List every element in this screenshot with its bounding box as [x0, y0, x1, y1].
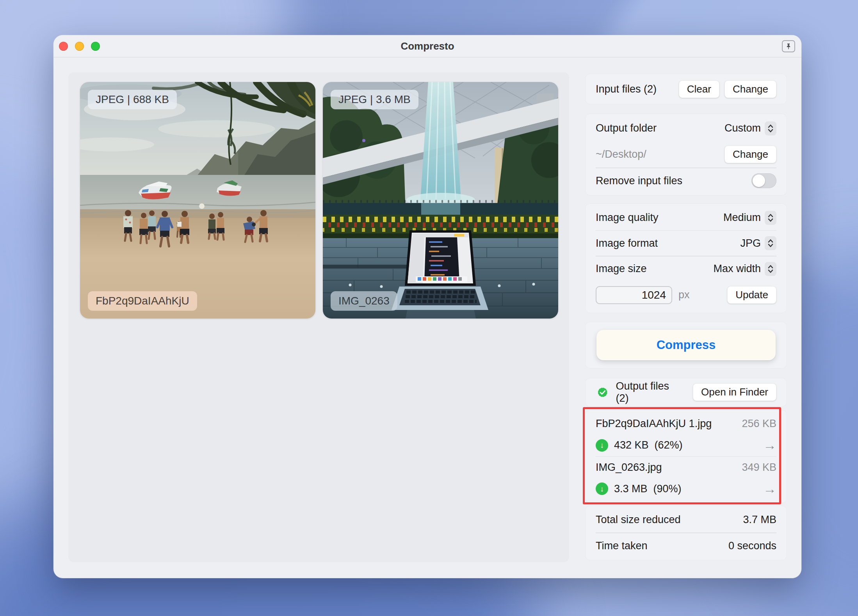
reduced-percent: (62%)	[655, 439, 683, 451]
app-window: Compresto	[53, 35, 801, 578]
image-quality-value: Medium	[723, 212, 761, 224]
output-file-reduction-row: ↓ 3.3 MB (90%) →	[596, 478, 776, 500]
checkmark-seal-icon	[596, 385, 610, 400]
beach-photo-art	[80, 82, 315, 319]
output-file-name: IMG_0263.jpg	[596, 461, 662, 474]
output-folder-mode-value: Custom	[724, 122, 761, 134]
remove-input-files-label: Remove input files	[596, 175, 682, 187]
reveal-file-arrow-icon[interactable]: →	[763, 438, 776, 453]
download-arrow-icon: ↓	[596, 482, 608, 495]
pin-button[interactable]	[782, 40, 795, 52]
update-button[interactable]: Update	[727, 286, 776, 304]
reveal-file-arrow-icon[interactable]: →	[763, 481, 776, 497]
output-folder-mode-stepper[interactable]: Custom	[724, 121, 776, 135]
output-folder-card: Output folder Custom ~/Desktop/ Change	[586, 114, 787, 195]
output-file-reduction-row: ↓ 432 KB (62%) →	[596, 434, 776, 456]
image-size-mode-value: Max width	[713, 263, 761, 275]
compress-card: Compress	[586, 322, 787, 368]
window-content: JPEG | 688 KB FbP2q9DaIAAhKjU	[53, 57, 801, 578]
output-folder-label: Output folder	[596, 122, 657, 134]
thumbnail-beach-photo[interactable]: JPEG | 688 KB FbP2q9DaIAAhKjU	[80, 82, 315, 319]
output-file-row[interactable]: IMG_0263.jpg 349 KB	[596, 457, 776, 478]
chevron-up-down-icon	[765, 236, 776, 250]
input-files-card: Input files (2) Clear Change	[586, 74, 787, 104]
total-size-reduced-value: 3.7 MB	[743, 514, 776, 526]
image-format-badge: JPEG | 688 KB	[88, 90, 177, 109]
settings-panel: Input files (2) Clear Change Output fold…	[586, 74, 787, 560]
output-file-size: 349 KB	[742, 461, 776, 474]
image-format-badge: JPEG | 3.6 MB	[331, 90, 418, 109]
remove-input-files-toggle[interactable]	[751, 173, 776, 188]
totals-card: Total size reduced 3.7 MB Time taken 0 s…	[586, 506, 787, 560]
output-file-size: 256 KB	[742, 418, 776, 430]
reduced-amount: 3.3 MB	[614, 483, 648, 495]
image-size-mode-stepper[interactable]: Max width	[713, 262, 776, 276]
image-name-badge: FbP2q9DaIAAhKjU	[88, 291, 197, 311]
open-in-finder-button[interactable]: Open in Finder	[693, 383, 776, 401]
change-folder-button[interactable]: Change	[724, 146, 776, 163]
time-taken-label: Time taken	[596, 540, 648, 552]
chevron-up-down-icon	[765, 262, 776, 276]
pin-icon	[785, 43, 792, 50]
reduced-percent: (90%)	[653, 483, 682, 495]
output-file-list-card: FbP2q9DaIAAhKjU 1.jpg 256 KB ↓ 432 KB (6…	[586, 410, 787, 503]
reduced-amount: 432 KB	[614, 439, 649, 451]
thumbnail-fountain-photo[interactable]: JPEG | 3.6 MB IMG_0263	[323, 82, 558, 319]
toggle-knob	[753, 174, 765, 187]
output-file-row[interactable]: FbP2q9DaIAAhKjU 1.jpg 256 KB	[596, 413, 776, 434]
time-taken-value: 0 seconds	[728, 540, 776, 552]
fountain-photo-art	[323, 82, 558, 319]
output-files-header-card: Output files (2) Open in Finder	[586, 378, 787, 406]
image-size-label: Image size	[596, 263, 647, 275]
window-title: Compresto	[53, 35, 801, 57]
image-quality-stepper[interactable]: Medium	[723, 211, 776, 225]
chevron-up-down-icon	[765, 121, 776, 135]
px-unit-label: px	[678, 289, 690, 301]
compression-settings-card: Image quality Medium Image format	[586, 204, 787, 313]
output-file-list-wrapper: FbP2q9DaIAAhKjU 1.jpg 256 KB ↓ 432 KB (6…	[586, 410, 787, 506]
output-folder-path: ~/Desktop/	[596, 148, 646, 160]
max-width-input[interactable]: 1024	[596, 286, 672, 304]
chevron-up-down-icon	[765, 211, 776, 225]
total-size-reduced-label: Total size reduced	[596, 514, 681, 526]
output-files-label: Output files (2)	[616, 380, 681, 404]
desktop-wallpaper: Compresto	[0, 0, 858, 616]
input-files-label: Input files (2)	[596, 83, 657, 95]
change-input-button[interactable]: Change	[724, 80, 776, 98]
titlebar: Compresto	[53, 35, 801, 57]
image-quality-label: Image quality	[596, 212, 659, 224]
download-arrow-icon: ↓	[596, 439, 608, 452]
image-format-label: Image format	[596, 237, 658, 249]
image-format-value: JPG	[740, 237, 761, 249]
compress-button[interactable]: Compress	[596, 330, 776, 360]
image-gallery: JPEG | 688 KB FbP2q9DaIAAhKjU	[68, 72, 569, 562]
output-file-name: FbP2q9DaIAAhKjU 1.jpg	[596, 418, 712, 430]
image-name-badge: IMG_0263	[331, 291, 397, 311]
image-format-stepper[interactable]: JPG	[740, 236, 776, 250]
clear-button[interactable]: Clear	[679, 80, 719, 98]
